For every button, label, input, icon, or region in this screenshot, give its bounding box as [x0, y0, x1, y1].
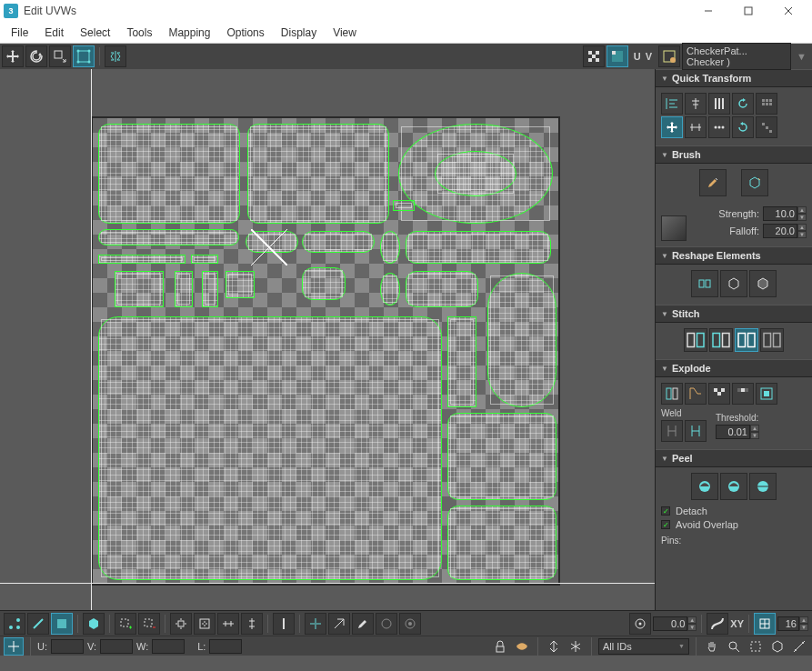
grid-spinner[interactable]: ▲▼ [777, 616, 808, 631]
pelt-button[interactable] [749, 473, 777, 500]
move-plus-button[interactable] [661, 116, 683, 138]
align-left-button[interactable] [661, 93, 683, 115]
align-tool-button[interactable] [305, 613, 326, 635]
weld-all-button[interactable] [685, 420, 707, 442]
uv-island[interactable] [406, 231, 551, 264]
grid-button-2[interactable] [756, 116, 777, 138]
maximize-button[interactable] [728, 0, 768, 22]
uv-island[interactable] [393, 200, 415, 211]
w-input[interactable] [152, 639, 185, 654]
break-face-button[interactable] [661, 383, 683, 405]
align-h-button[interactable] [685, 116, 707, 138]
uv-island[interactable] [487, 273, 556, 407]
uv-island[interactable] [115, 271, 164, 307]
select-add-button[interactable] [115, 613, 136, 635]
snowflake-icon[interactable] [566, 638, 585, 655]
select-sub-button[interactable] [138, 613, 160, 635]
u-input[interactable] [51, 639, 84, 654]
weld-selected-button[interactable] [661, 420, 683, 442]
uv-island[interactable] [202, 271, 218, 307]
lock-icon[interactable] [491, 638, 509, 655]
uv-island[interactable] [447, 316, 476, 407]
break-matid-button[interactable] [756, 383, 777, 405]
stitch-source-button[interactable] [684, 328, 707, 352]
uv-island[interactable] [226, 271, 255, 298]
stitch-avg-button[interactable] [709, 328, 733, 352]
rollout-stitch[interactable]: Stitch [656, 305, 812, 323]
close-button[interactable] [768, 0, 808, 22]
uv-island[interactable] [98, 255, 185, 264]
uv-island[interactable] [406, 271, 478, 307]
pan-icon[interactable] [703, 638, 721, 655]
rollout-peel[interactable]: Peel [656, 449, 812, 467]
face-mode-button[interactable] [51, 613, 73, 635]
uv-island[interactable] [98, 124, 240, 224]
freeform-tool[interactable] [73, 45, 95, 67]
break-smoothing-button[interactable] [732, 383, 754, 405]
map-dropdown[interactable]: CheckerPat... Checker ) [682, 43, 791, 70]
uv-island[interactable] [302, 267, 346, 300]
move-tool[interactable] [2, 45, 24, 67]
peel-button[interactable] [720, 473, 747, 500]
uv-island[interactable] [447, 413, 556, 500]
rotation-mode-button[interactable] [629, 613, 651, 635]
tv-sync-button[interactable] [273, 613, 295, 635]
threshold-spinner[interactable]: ▲▼ [716, 425, 759, 439]
grow-sel-button[interactable] [170, 613, 192, 635]
avoid-overlap-checkbox[interactable]: ✓Avoid Overlap [661, 519, 807, 530]
falloff-curve-button[interactable] [661, 215, 687, 241]
checker-pattern-button[interactable] [583, 45, 605, 67]
rollout-quick-transform[interactable]: Quick Transform [656, 69, 812, 87]
view-icon[interactable] [513, 638, 531, 655]
break-grid-button[interactable] [708, 383, 730, 405]
uv-island[interactable] [247, 124, 389, 224]
grid-button[interactable] [756, 93, 777, 115]
curve-button[interactable] [707, 613, 728, 635]
map-options-button[interactable] [658, 45, 680, 67]
rotate-ccw-button[interactable] [732, 93, 754, 115]
shrink-sel-button[interactable] [194, 613, 216, 635]
align-bars-button[interactable] [708, 93, 730, 115]
absolute-mode-button[interactable] [4, 637, 24, 656]
vertex-mode-button[interactable] [4, 613, 25, 635]
stitch-custom-button[interactable] [760, 328, 784, 352]
zoom-icon[interactable] [725, 638, 743, 655]
menu-file[interactable]: File [4, 25, 35, 41]
falloff-spinner[interactable]: ▲▼ [763, 224, 807, 238]
element-mode-button[interactable] [83, 613, 105, 635]
grid-snap-button[interactable] [754, 613, 776, 635]
menu-options[interactable]: Options [219, 25, 271, 41]
uv-island[interactable] [447, 506, 556, 580]
matid-dropdown[interactable]: All IDs [598, 638, 689, 655]
linear-align-button[interactable] [328, 613, 350, 635]
uv-island[interactable] [98, 229, 239, 245]
soft-sel-button[interactable] [376, 613, 397, 635]
rotate-cw-button[interactable] [732, 116, 754, 138]
menu-view[interactable]: View [326, 25, 364, 41]
menu-display[interactable]: Display [274, 25, 324, 41]
edge-mode-button[interactable] [27, 613, 49, 635]
uv-island[interactable] [175, 271, 193, 307]
break-angle-button[interactable] [685, 383, 707, 405]
uv-island[interactable] [380, 273, 400, 305]
paint-sel-button[interactable] [352, 613, 374, 635]
options-gear-icon[interactable] [790, 638, 808, 655]
align-center-button[interactable] [685, 93, 707, 115]
ring-sel-button[interactable] [241, 613, 263, 635]
v-input[interactable] [100, 639, 133, 654]
relax-until-button[interactable] [749, 270, 777, 297]
soft-sel-options-button[interactable] [399, 613, 421, 635]
minimize-button[interactable] [688, 0, 728, 22]
loop-sel-button[interactable] [217, 613, 239, 635]
rotate-tool[interactable] [25, 45, 47, 67]
rollout-explode[interactable]: Explode [656, 359, 812, 377]
uv-island[interactable] [435, 151, 516, 196]
uv-island[interactable] [302, 231, 375, 253]
menu-tools[interactable]: Tools [119, 25, 159, 41]
zoom-sel-icon[interactable] [768, 638, 787, 655]
stitch-target-button[interactable] [735, 328, 758, 352]
scale-tool[interactable] [49, 45, 71, 67]
menu-mapping[interactable]: Mapping [161, 25, 217, 41]
zoom-extents-icon[interactable] [747, 638, 765, 655]
relax-element-button[interactable] [720, 270, 747, 297]
